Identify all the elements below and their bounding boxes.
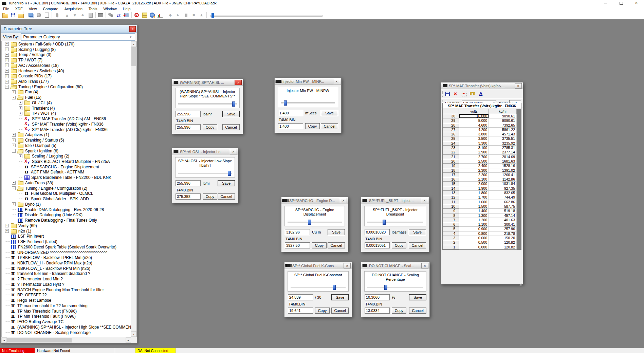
kghr-cell[interactable]: 120.82 xyxy=(489,240,517,245)
save-button[interactable]: Save xyxy=(222,111,240,117)
volts-cell[interactable]: 2.700 xyxy=(459,155,489,159)
menu-compare[interactable]: Compare xyxy=(40,7,61,11)
copy-page-button[interactable] xyxy=(87,12,94,19)
volts-cell[interactable]: 1.100 xyxy=(459,222,489,227)
kghr-cell[interactable]: 662.86 xyxy=(489,200,517,204)
kghr-cell[interactable]: 7392.65 xyxy=(489,123,517,128)
kghr-cell[interactable]: 218.78 xyxy=(489,231,517,236)
value-input[interactable]: 3102.96 xyxy=(285,229,310,235)
volts-cell[interactable]: 3.500 xyxy=(459,136,489,141)
marker-button[interactable] xyxy=(166,12,174,19)
tree-item[interactable]: SP* MAF Transfer (Volts) kg/hr - FN036 xyxy=(2,122,131,127)
tree-item[interactable]: ? Thermactor Load Hyst ? xyxy=(2,282,131,287)
tree-item[interactable]: ACT FMM Default - ACTFMM xyxy=(2,170,131,175)
save-button[interactable]: Save xyxy=(328,229,345,235)
expand-icon[interactable]: + xyxy=(5,74,9,78)
expand-icon[interactable]: + xyxy=(12,144,16,147)
copy-button[interactable]: Copy xyxy=(203,193,217,200)
maximize-button[interactable] xyxy=(613,0,629,6)
tree-item[interactable]: NBKFLOW_H - Backflow RPM Max (n2o) xyxy=(2,260,131,266)
kghr-cell[interactable]: 2014.69 xyxy=(489,155,517,159)
volts-cell[interactable]: 4.200 xyxy=(459,128,489,132)
tree-item[interactable]: +TP / WOT (4) xyxy=(2,111,131,116)
maf-close-icon[interactable] xyxy=(515,83,522,89)
row-number-cell[interactable]: 6 xyxy=(443,222,459,227)
row-number-cell[interactable]: 16 xyxy=(443,177,459,182)
value-slider[interactable] xyxy=(367,285,423,290)
new-window-button[interactable] xyxy=(43,12,51,19)
volts-cell[interactable]: 0.500 xyxy=(459,240,489,245)
tree-item[interactable]: TP Min Threshold Fault (FN096) xyxy=(2,314,131,319)
cancel-button[interactable]: Cancel xyxy=(218,193,235,200)
dialog-close-icon[interactable] xyxy=(230,149,237,154)
collapse-icon[interactable]: - xyxy=(12,186,16,190)
expand-icon[interactable]: + xyxy=(19,154,22,158)
volts-cell[interactable]: 2.400 xyxy=(459,164,489,168)
tree-item[interactable]: +Idle / Dashpot (5) xyxy=(2,143,131,148)
kghr-cell[interactable]: 2377.14 xyxy=(489,150,517,154)
save-button[interactable] xyxy=(9,12,17,19)
parameter-tree-close-icon[interactable] xyxy=(129,26,136,32)
tree-item[interactable]: +Fan (4) xyxy=(2,90,131,95)
value-input[interactable]: 0.00010320 xyxy=(365,229,390,235)
kghr-cell[interactable]: 4571.43 xyxy=(489,132,517,136)
volts-cell[interactable]: 2.900 xyxy=(459,150,489,154)
tree-vertical-scrollbar[interactable] xyxy=(131,41,136,337)
expand-icon[interactable]: + xyxy=(5,63,9,67)
tree-item[interactable]: BP_OFFSET ?? xyxy=(2,293,131,298)
volts-cell[interactable]: 2.500 xyxy=(459,159,489,164)
dialog-close-icon[interactable] xyxy=(340,198,347,203)
volts-cell[interactable]: 0.600 xyxy=(459,236,489,240)
delta-icon[interactable] xyxy=(478,91,484,96)
compare-value-input[interactable]: 3927.50 xyxy=(285,242,310,248)
kghr-cell[interactable]: 457.14 xyxy=(489,213,517,218)
save-button[interactable]: Save xyxy=(331,294,349,300)
volts-cell[interactable]: 2.300 xyxy=(459,168,489,173)
expand-icon[interactable]: + xyxy=(19,112,22,115)
table-editor-button[interactable] xyxy=(123,12,130,19)
row-number-cell[interactable]: 20 xyxy=(443,159,459,164)
value-input[interactable]: 255.996 xyxy=(176,111,201,117)
compare-value-input[interactable]: 375.358 xyxy=(176,193,201,200)
dialog-titlebar[interactable]: SP**ALOSL - Injector Lo... xyxy=(172,148,238,155)
volts-cell[interactable]: 3.300 xyxy=(459,141,489,146)
tree-item[interactable]: +Console PIDs (17) xyxy=(2,73,131,79)
value-slider[interactable] xyxy=(178,171,232,175)
tree-item[interactable]: Fuel Global OL Multiplier - OLMCL xyxy=(2,191,131,197)
dialog-titlebar[interactable]: SP** Global Fuel K-Cons... xyxy=(284,262,352,269)
value-slider[interactable] xyxy=(178,101,237,106)
kghr-cell[interactable]: 3235.92 xyxy=(489,141,517,146)
tree-item[interactable]: +TP / WOT (7) xyxy=(2,57,131,63)
parameter-tree-titlebar[interactable]: Parameter Tree xyxy=(1,25,137,33)
row-number-cell[interactable]: 21 xyxy=(443,155,459,159)
cancel-button[interactable]: Cancel xyxy=(328,242,345,248)
tree-item[interactable]: Hego Test Lambse xyxy=(2,298,131,303)
expand-icon[interactable]: + xyxy=(5,80,9,83)
expand-icon[interactable]: + xyxy=(19,101,22,105)
tree-item[interactable]: FN2600 Decel Spark Table (Sealevel Spark… xyxy=(2,244,131,250)
view-by-dropdown[interactable]: Parameter Category xyxy=(21,33,135,41)
row-number-cell[interactable]: 25 xyxy=(443,136,459,141)
dialog-close-icon[interactable] xyxy=(421,263,428,268)
burn-button[interactable] xyxy=(79,12,87,19)
delete-icon[interactable] xyxy=(453,91,458,96)
volts-cell[interactable]: 1.700 xyxy=(459,195,489,200)
tree-item[interactable]: (WARNING) SP**AHISL - Injector High Slop… xyxy=(2,324,131,330)
menu-help[interactable]: Help xyxy=(120,7,134,11)
kghr-cell[interactable]: 1260.41 xyxy=(489,173,517,177)
kghr-cell[interactable]: 744.49 xyxy=(489,195,517,200)
tree-item[interactable]: +Dyno (1) xyxy=(2,202,131,207)
dashboard-button[interactable] xyxy=(148,12,156,19)
kghr-cell[interactable]: 9090.61 xyxy=(489,114,517,118)
tree-horizontal-scrollbar[interactable] xyxy=(1,337,131,343)
value-input[interactable]: 255.996 xyxy=(176,180,201,186)
tree-item[interactable]: -Tuning / Engine / Configuration (2) xyxy=(2,186,131,191)
expand-icon[interactable]: + xyxy=(19,106,22,110)
dialog-titlebar[interactable]: (WARNING) SP**AHISL ... xyxy=(172,79,243,86)
expand-icon[interactable]: + xyxy=(5,58,9,62)
volts-cell[interactable]: 4.600 xyxy=(459,123,489,128)
dialog-titlebar[interactable]: Injector Min PW - MINP... xyxy=(275,78,341,85)
kghr-cell[interactable]: 120.82 xyxy=(489,245,517,249)
kghr-cell[interactable]: 587.75 xyxy=(489,204,517,209)
expand-icon[interactable]: + xyxy=(12,202,16,206)
